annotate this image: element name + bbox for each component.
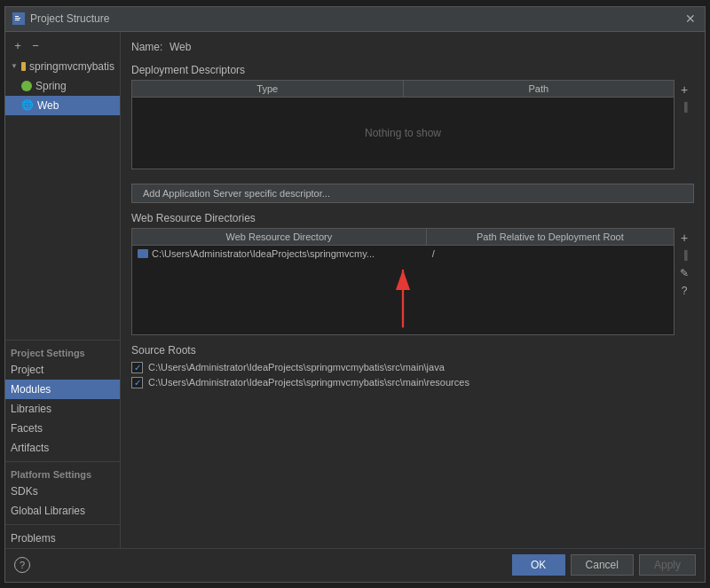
svg-rect-2 [15,18,20,19]
sidebar-separator-2 [5,461,120,462]
wr-path-value: / [432,248,435,259]
sidebar-artifacts-label: Artifacts [11,442,49,454]
project-settings-label: Project Settings [5,344,120,360]
dialog-title: Project Structure [30,12,109,25]
help-button[interactable]: ? [14,557,30,573]
source-root-label-2: C:\Users\Administrator\IdeaProjects\spri… [148,377,469,388]
source-root-label-1: C:\Users\Administrator\IdeaProjects\spri… [148,362,445,372]
wr-directory-value: C:\Users\Administrator\IdeaProjects\spri… [152,248,375,259]
wr-add-button[interactable]: + [676,230,692,246]
dialog-content: + − ▼ springmvcmybatis Spring 🌐 Web [5,32,705,548]
cancel-button[interactable]: Cancel [571,554,634,576]
source-roots-section: Source Roots ✓ C:\Users\Administrator\Id… [131,344,694,390]
tree-root-label: springmvcmybatis [29,60,114,73]
sidebar-libraries-label: Libraries [11,403,51,415]
wr-table-header: Web Resource Directory Path Relative to … [132,229,674,246]
source-roots-title: Source Roots [131,344,694,357]
wr-table-wrapper: Web Resource Directory Path Relative to … [131,228,694,335]
sidebar-project-label: Project [11,364,43,376]
sidebar-item-facets[interactable]: Facets [5,419,120,438]
sidebar: + − ▼ springmvcmybatis Spring 🌐 Web [5,32,121,548]
add-server-button[interactable]: Add Application Server specific descript… [131,184,694,203]
spring-icon [21,81,32,91]
name-label: Name: [131,41,162,53]
name-row: Name: Web [131,41,694,53]
platform-settings-label: Platform Settings [5,466,120,482]
name-value: Web [170,41,191,53]
deployment-add-button[interactable]: + [676,82,692,98]
tree-root-item[interactable]: ▼ springmvcmybatis [5,57,120,76]
wr-folder-icon [138,249,148,258]
sidebar-facets-label: Facets [11,422,43,435]
svg-rect-3 [15,20,20,20]
tree-web-label: Web [37,99,59,112]
apply-button[interactable]: Apply [639,554,696,576]
wr-path-header: Path Relative to Deployment Root [427,229,674,245]
web-resource-section: Web Resource Directories Web Resource Di… [131,212,694,335]
remove-module-button[interactable]: − [28,39,43,53]
title-bar-left: Project Structure [12,12,109,25]
module-tree: ▼ springmvcmybatis Spring 🌐 Web [5,57,120,336]
source-root-row-1: ✓ C:\Users\Administrator\IdeaProjects\sp… [131,360,694,375]
wr-table-body: C:\Users\Administrator\IdeaProjects\spri… [132,246,674,334]
tree-toolbar: + − [5,35,120,57]
svg-rect-1 [15,16,19,17]
sidebar-item-problems[interactable]: Problems [5,529,120,548]
main-panel: Name: Web Deployment Descriptors Type Pa… [121,32,705,548]
sidebar-item-libraries[interactable]: Libraries [5,399,120,419]
checkbox-check-2: ✓ [134,378,141,388]
web-resource-title: Web Resource Directories [131,212,694,224]
deployment-table: Type Path Nothing to show [131,80,674,176]
tree-spring-label: Spring [36,80,67,92]
close-button[interactable]: ✕ [683,12,698,26]
sidebar-sdks-label: SDKs [11,485,38,498]
deployment-descriptors-title: Deployment Descriptors [131,64,694,76]
sidebar-problems-label: Problems [11,532,56,545]
deployment-empty-message: Nothing to show [365,127,441,139]
project-structure-dialog: Project Structure ✕ + − ▼ springmvcmybat… [4,6,706,583]
sidebar-item-artifacts[interactable]: Artifacts [5,438,120,458]
sidebar-modules-label: Modules [11,383,51,396]
title-bar: Project Structure ✕ [5,7,705,32]
wr-help-button[interactable]: ? [676,283,692,299]
checkbox-check-1: ✓ [134,363,141,372]
wr-directory-cell: C:\Users\Administrator\IdeaProjects\spri… [132,246,427,262]
wr-table: Web Resource Directory Path Relative to … [131,228,674,335]
deployment-table-container: Type Path Nothing to show + ▐ [131,80,694,176]
source-root-checkbox-1[interactable]: ✓ [131,362,143,373]
deployment-scrollbar[interactable]: ▐ [676,99,692,115]
type-column-header: Type [132,81,404,97]
source-root-row-2: ✓ C:\Users\Administrator\IdeaProjects\sp… [131,375,694,390]
sidebar-global-libraries-label: Global Libraries [11,505,85,517]
source-root-checkbox-2[interactable]: ✓ [131,377,143,388]
tree-spring-item[interactable]: Spring [5,76,120,96]
wr-table-row: C:\Users\Administrator\IdeaProjects\spri… [132,246,674,262]
folder-icon [21,62,26,71]
add-module-button[interactable]: + [11,39,25,53]
tree-expand-arrow: ▼ [11,62,18,70]
sidebar-item-project[interactable]: Project [5,360,120,380]
web-icon: 🌐 [21,99,34,111]
sidebar-separator-3 [5,524,120,525]
deployment-table-body: Nothing to show [132,98,674,169]
path-column-header: Path [404,81,674,97]
wr-scrollbar[interactable]: ▐ [676,247,692,263]
wr-edit-button[interactable]: ✎ [676,265,692,281]
sidebar-item-sdks[interactable]: SDKs [5,482,120,501]
deployment-table-header: Type Path [132,81,674,98]
ok-button[interactable]: OK [512,554,565,576]
deployment-table-inner: Type Path Nothing to show [131,80,674,169]
dialog-icon [12,12,25,25]
sidebar-item-modules[interactable]: Modules [5,380,120,399]
wr-side-buttons: + ▐ ✎ ? [674,228,694,335]
bottom-right: OK Cancel Apply [512,554,696,576]
wr-path-cell: / [427,246,674,262]
wr-directory-header: Web Resource Directory [132,229,427,245]
sidebar-item-global-libraries[interactable]: Global Libraries [5,501,120,521]
deployment-side-buttons: + ▐ [674,80,694,176]
sidebar-separator-1 [5,340,120,341]
bottom-bar: ? OK Cancel Apply [5,548,705,582]
tree-web-item[interactable]: 🌐 Web [5,96,120,115]
bottom-left: ? [14,557,30,573]
